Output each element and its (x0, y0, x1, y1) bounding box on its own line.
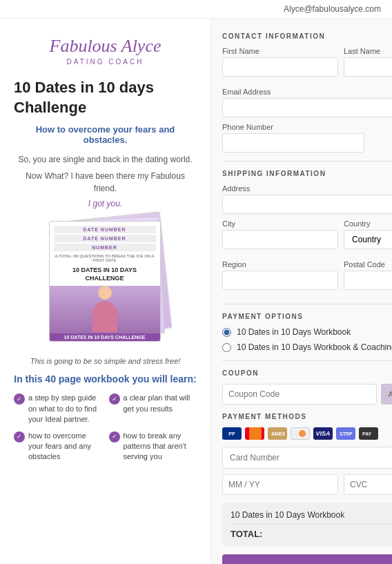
person-head (98, 286, 112, 300)
stripe-svg: STRP (338, 429, 353, 438)
divider-1 (222, 161, 392, 162)
card-expiry-cvc-row (222, 474, 392, 495)
learn-item-4-text: how to break any patterns that aren't se… (124, 431, 197, 463)
other-payment-icon: PAY (359, 427, 378, 440)
logo-name: Fabulous Alyce (14, 35, 197, 57)
payment-options: 10 Dates in 10 Days Workbook $29.99 10 D… (222, 327, 392, 352)
first-name-group: First Name (222, 47, 338, 77)
other-svg: PAY (361, 429, 376, 438)
visa-icon: VISA (313, 427, 333, 440)
amex-svg: AMEX (270, 429, 285, 438)
total-label: TOTAL: (231, 529, 262, 539)
desc-highlight: I got you. (14, 199, 197, 208)
learn-item-4: ✓ how to break any patterns that aren't … (109, 431, 197, 463)
divider-3 (222, 360, 392, 361)
logo-subtitle: DATING COACH (14, 58, 197, 66)
coupon-row: Apply coupon code (222, 384, 392, 405)
payment-option-2-radio[interactable] (222, 343, 231, 352)
right-panel: CONTACT INFORMATION First Name Last Name… (210, 19, 392, 564)
learn-item-2-text: a clear plan that will get you results (124, 393, 197, 414)
book-photo (50, 286, 160, 334)
card-number-input[interactable] (222, 447, 392, 469)
phone-group: Phone Number (222, 123, 392, 153)
summary-item-row: 10 Dates in 10 Days Workbook $29.99 (231, 510, 392, 520)
divider-2 (222, 304, 392, 304)
postal-input[interactable] (344, 271, 392, 290)
payment-methods-title: PAYMENT METHODS (222, 413, 392, 420)
check-icon-2: ✓ (109, 393, 120, 405)
first-name-input[interactable] (222, 57, 338, 77)
address-label: Address (222, 184, 392, 193)
contact-email: Alyce@fabulousalyce.com (284, 4, 381, 14)
book-cover: DATE NUMBER DATE NUMBER NUMBER A TOTAL: … (49, 221, 161, 342)
person-silhouette (88, 286, 122, 334)
email-input[interactable] (222, 98, 392, 117)
paypal-icon: PP (222, 427, 242, 440)
postal-label: Postal Code (344, 260, 392, 269)
mastercard-icon (245, 427, 264, 440)
country-label: Country (344, 220, 392, 228)
region-input[interactable] (222, 271, 338, 290)
region-group: Region (222, 260, 338, 290)
apply-coupon-button[interactable]: Apply coupon code (381, 384, 392, 405)
cvc-input[interactable] (344, 474, 392, 495)
discover-svg (293, 429, 308, 438)
book-label-2: DATE NUMBER (54, 235, 156, 242)
summary-total-row: TOTAL: $29.99 (231, 524, 392, 539)
amex-icon: AMEX (268, 427, 287, 440)
desc2: Now What? I have been there my Fabulous … (14, 170, 197, 195)
book-image: DATE NUMBER DATE NUMBER NUMBER A TOTAL: … (14, 217, 197, 350)
shipping-section-title: SHIPPING INFORMATION (222, 170, 392, 177)
first-name-label: First Name (222, 47, 338, 55)
learn-item-2: ✓ a clear plan that will get you results (109, 393, 197, 425)
payment-option-1: 10 Dates in 10 Days Workbook $29.99 (222, 327, 392, 337)
coupon-section-title: COUPON (222, 369, 392, 377)
learn-grid: ✓ a step by step guide on what to do to … (14, 393, 197, 462)
coupon-input[interactable] (222, 384, 377, 405)
last-name-group: Last Name (344, 47, 392, 77)
learn-item-1-text: a step by step guide on what to do to fi… (28, 393, 102, 425)
place-order-button[interactable]: Place Order Now (222, 554, 392, 564)
phone-input[interactable] (222, 133, 364, 153)
learn-item-1: ✓ a step by step guide on what to do to … (14, 393, 102, 425)
address-group: Address (222, 184, 392, 214)
logo-area: Fabulous Alyce DATING COACH (14, 35, 197, 66)
left-panel: Fabulous Alyce DATING COACH 10 Dates in … (0, 19, 210, 564)
city-label: City (222, 220, 338, 228)
payment-option-1-radio[interactable] (222, 328, 231, 337)
person-body (92, 301, 117, 332)
book-title-text: 10 DATES IN 10 DAYS CHALLENGE (50, 264, 160, 285)
country-group: Country Country United States Canada Uni… (344, 220, 392, 249)
order-summary: 10 Dates in 10 Days Workbook $29.99 TOTA… (222, 503, 392, 546)
svg-text:AMEX: AMEX (271, 431, 285, 436)
desc1: So, you are single and back in the datin… (14, 153, 197, 166)
option1-label: 10 Dates in 10 Days Workbook (237, 327, 392, 337)
option2-label: 10 Dates in 10 Days Workbook & Coaching … (237, 342, 392, 352)
book-label-3: NUMBER (54, 244, 156, 251)
last-name-label: Last Name (344, 47, 392, 55)
stripe-icon: STRP (336, 427, 355, 440)
book-bottom-bar: 10 DATES IN 10 DAYS CHALLENGE (50, 333, 160, 341)
city-group: City (222, 220, 338, 249)
check-icon-1: ✓ (14, 393, 25, 405)
check-icon-3: ✓ (14, 431, 25, 443)
svg-point-3 (299, 430, 306, 437)
product-title: 10 Dates in 10 days Challenge (14, 78, 197, 117)
discover-icon (291, 427, 310, 440)
address-input[interactable] (222, 195, 392, 214)
country-select[interactable]: Country United States Canada United King… (344, 230, 392, 249)
svg-text:STRP: STRP (340, 431, 353, 436)
learn-title: In this 40 page workbook you will learn: (14, 373, 197, 385)
free-text: This is going to be so simple and stress… (14, 357, 197, 365)
city-input[interactable] (222, 230, 338, 249)
payment-methods-icons: PP AMEX VISA STRP (222, 427, 392, 440)
payment-options-title: PAYMENT OPTIONS (222, 313, 392, 320)
contact-section-title: CONTACT INFORMATION (222, 32, 392, 40)
phone-label: Phone Number (222, 123, 392, 131)
postal-group: Postal Code (344, 260, 392, 290)
svg-text:PAY: PAY (362, 431, 372, 436)
last-name-input[interactable] (344, 57, 392, 77)
email-group: Email Address (222, 88, 392, 117)
summary-item-label: 10 Dates in 10 Days Workbook (231, 510, 344, 520)
expiry-input[interactable] (222, 474, 338, 495)
